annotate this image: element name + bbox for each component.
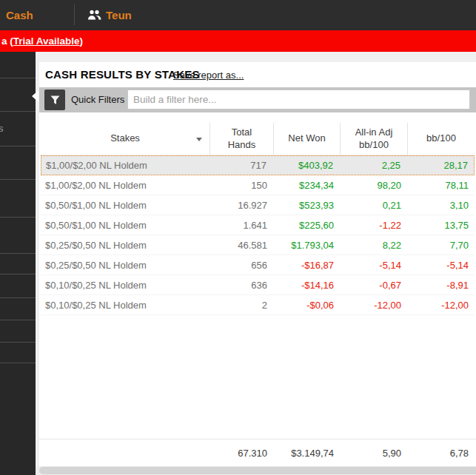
sidebar-item-label-cutoff[interactable]: s <box>0 123 4 134</box>
funnel-icon <box>50 95 60 105</box>
report-title-row: CASH RESULTS BY STAKES Save report as... <box>39 62 476 87</box>
cell-net-won: -$14,16 <box>273 280 340 291</box>
totals-net-won: $3.149,74 <box>273 448 340 459</box>
column-header-stakes-label: Stakes <box>110 132 140 144</box>
trial-available-link[interactable]: Trial Available <box>13 36 80 47</box>
sidebar-divider <box>0 146 36 146</box>
app-window: Cash Teun a (Trial Available) <box>0 0 476 475</box>
sidebar-divider <box>0 111 36 112</box>
cell-total-hands: 636 <box>209 280 273 291</box>
sidebar-divider <box>0 320 36 320</box>
user-tab-label: Teun <box>106 9 132 21</box>
top-tab-bar: Cash Teun <box>0 0 476 30</box>
table-row[interactable]: $0,25/$0,50 NL Holdem 656 -$16,87 -5,14 … <box>41 255 475 275</box>
users-icon <box>87 10 101 21</box>
cell-stakes: $0,50/$1,00 NL Holdem <box>41 220 209 231</box>
quick-filters-label: Quick Filters <box>71 87 124 112</box>
cell-net-won: $523,93 <box>273 200 340 211</box>
table-row[interactable]: $1,00/$2,00 NL Holdem 717 $403,92 2,25 2… <box>41 155 475 175</box>
cell-bb100: 7,70 <box>407 240 475 251</box>
cell-total-hands: 717 <box>209 160 272 171</box>
sidebar-divider <box>0 297 36 298</box>
totals-bb100: 6,78 <box>407 448 475 459</box>
cell-bb100: 78,11 <box>407 180 475 191</box>
cell-bb100: -8,91 <box>407 280 475 291</box>
cell-net-won: -$16,87 <box>273 260 340 271</box>
results-table: Stakes Total Hands Net Won All-in Adj bb… <box>39 112 476 466</box>
column-header-bb100[interactable]: bb/100 <box>407 123 475 155</box>
cell-allin-adj: -12,00 <box>340 300 407 311</box>
cell-allin-adj: 0,21 <box>340 200 407 211</box>
cell-stakes: $1,00/$2,00 NL Holdem <box>41 180 209 191</box>
cell-net-won: $403,92 <box>272 160 339 171</box>
sidebar-divider <box>0 78 36 78</box>
cell-net-won: $1.793,04 <box>273 240 340 251</box>
table-header: Stakes Total Hands Net Won All-in Adj bb… <box>41 123 475 155</box>
sidebar-divider <box>0 253 36 254</box>
cell-stakes: $1,00/$2,00 NL Holdem <box>41 160 209 171</box>
sidebar-divider <box>0 217 36 218</box>
banner-text-prefix: a ( <box>1 36 13 47</box>
cell-bb100: 3,10 <box>407 200 475 211</box>
column-header-total-hands[interactable]: Total Hands <box>209 123 273 155</box>
cell-bb100: -5,14 <box>407 260 475 271</box>
table-row[interactable]: $1,00/$2,00 NL Holdem 150 $234,34 98,20 … <box>41 175 475 195</box>
cell-bb100: 28,17 <box>406 160 474 171</box>
column-header-allin-adj[interactable]: All-in Adj bb/100 <box>340 123 407 155</box>
tab-cash[interactable]: Cash <box>6 0 33 30</box>
collapse-left-icon[interactable] <box>32 90 38 102</box>
cell-allin-adj: -5,14 <box>340 260 407 271</box>
cell-allin-adj: -1,22 <box>340 220 407 231</box>
column-header-net-won[interactable]: Net Won <box>273 123 340 155</box>
quick-filter-bar: Quick Filters <box>39 87 476 112</box>
cell-stakes: $0,10/$0,25 NL Holdem <box>41 300 209 311</box>
cell-total-hands: 656 <box>209 260 273 271</box>
cell-stakes: $0,10/$0,25 NL Holdem <box>41 280 209 291</box>
cell-net-won: $234,34 <box>273 180 340 191</box>
table-row[interactable]: $0,10/$0,25 NL Holdem 2 -$0,06 -12,00 -1… <box>41 295 475 315</box>
table-row[interactable]: $0,10/$0,25 NL Holdem 636 -$14,16 -0,67 … <box>41 275 475 295</box>
dropdown-arrow-icon[interactable] <box>196 138 202 141</box>
table-body: $1,00/$2,00 NL Holdem 717 $403,92 2,25 2… <box>39 155 476 315</box>
sidebar-divider <box>0 363 36 363</box>
totals-allin: 5,90 <box>340 448 407 459</box>
sidebar-divider <box>0 274 36 274</box>
save-report-link[interactable]: Save report as... <box>173 62 244 87</box>
sidebar-divider <box>0 179 36 180</box>
filter-input[interactable] <box>127 90 470 110</box>
table-row[interactable]: $0,50/$1,00 NL Holdem 1.641 $225,60 -1,2… <box>41 215 475 235</box>
cell-total-hands: 2 <box>209 300 273 311</box>
cell-total-hands: 16.927 <box>209 200 273 211</box>
cell-allin-adj: 2,25 <box>339 160 406 171</box>
cell-bb100: -12,00 <box>407 300 475 311</box>
trial-banner: a (Trial Available) <box>0 30 476 52</box>
cell-allin-adj: -0,67 <box>340 280 407 291</box>
horizontal-scrollbar[interactable] <box>36 466 476 475</box>
totals-hands: 67.310 <box>209 448 273 459</box>
cell-total-hands: 46.581 <box>209 240 273 251</box>
tab-user[interactable]: Teun <box>87 0 132 30</box>
column-header-stakes[interactable]: Stakes <box>41 123 209 155</box>
cell-net-won: $225,60 <box>273 220 340 231</box>
cell-net-won: -$0,06 <box>273 300 340 311</box>
sidebar: s <box>0 52 36 475</box>
filter-button[interactable] <box>44 90 65 110</box>
cell-bb100: 13,75 <box>407 220 475 231</box>
cell-allin-adj: 8,22 <box>340 240 407 251</box>
cell-total-hands: 150 <box>209 180 273 191</box>
cell-allin-adj: 98,20 <box>340 180 407 191</box>
cell-stakes: $0,25/$0,50 NL Holdem <box>41 260 209 271</box>
cell-stakes: $0,25/$0,50 NL Holdem <box>41 240 209 251</box>
banner-text-suffix: ) <box>80 36 84 47</box>
table-row[interactable]: $0,50/$1,00 NL Holdem 16.927 $523,93 0,2… <box>41 195 475 215</box>
sidebar-divider <box>0 342 36 343</box>
cell-stakes: $0,50/$1,00 NL Holdem <box>41 200 209 211</box>
cell-total-hands: 1.641 <box>209 220 273 231</box>
totals-row: 67.310 $3.149,74 5,90 6,78 <box>39 439 476 466</box>
topbar-divider <box>74 4 75 25</box>
table-row[interactable]: $0,25/$0,50 NL Holdem 46.581 $1.793,04 8… <box>41 235 475 255</box>
scrollbar-thumb[interactable] <box>39 467 476 474</box>
